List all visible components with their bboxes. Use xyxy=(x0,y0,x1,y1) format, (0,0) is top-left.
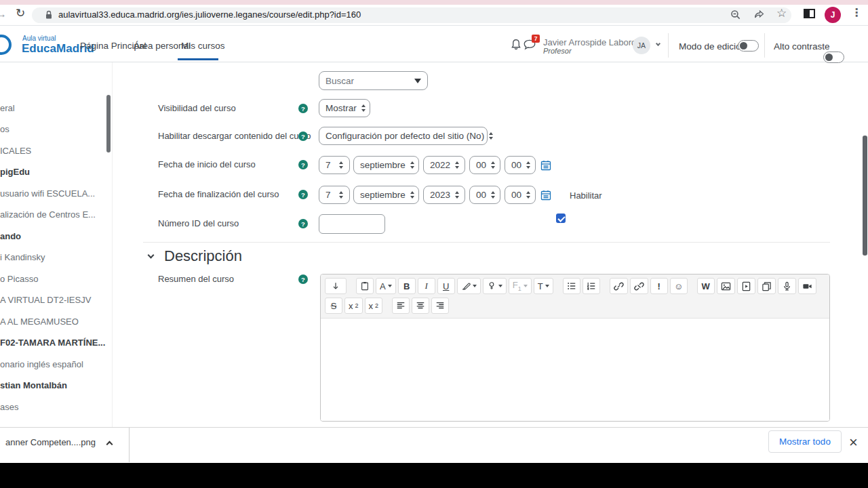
underline-button[interactable]: U xyxy=(437,278,455,294)
link-button[interactable] xyxy=(610,278,628,294)
start-minute-select[interactable]: 00 xyxy=(505,156,536,174)
end-month-select[interactable]: septiembre xyxy=(353,186,419,204)
editor-content-area[interactable] xyxy=(321,319,829,422)
insert-image-button[interactable] xyxy=(717,278,735,294)
reload-button[interactable]: ↻ xyxy=(16,8,25,19)
start-year-select[interactable]: 2022 xyxy=(423,156,465,174)
start-day-value: 7 xyxy=(326,160,331,170)
start-day-select[interactable]: 7 xyxy=(319,156,350,174)
browser-menu-kebab-icon[interactable]: ⋮ xyxy=(851,7,862,18)
bookmark-star-icon[interactable]: ☆ xyxy=(776,8,787,19)
url-text: aulavirtual33.educa.madrid.org/ies.julio… xyxy=(58,9,361,20)
jump-to-select[interactable]: Buscar xyxy=(319,71,428,90)
unlink-button[interactable] xyxy=(630,278,648,294)
align-center-button[interactable] xyxy=(412,298,429,314)
sidebar-item[interactable]: ases xyxy=(0,402,18,412)
end-date-enable-checkbox[interactable] xyxy=(556,214,566,223)
highlight-color-button[interactable] xyxy=(483,278,507,294)
course-id-input[interactable] xyxy=(319,214,385,234)
heading-style-button[interactable]: T xyxy=(534,278,553,294)
end-minute-select[interactable]: 00 xyxy=(505,186,536,204)
download-content-value: Configuración por defecto del sitio (No) xyxy=(326,131,484,141)
superscript-button[interactable]: x2 xyxy=(365,298,383,314)
record-video-button[interactable] xyxy=(798,278,816,294)
sidebar-item[interactable]: pigEdu xyxy=(0,167,30,177)
end-year-select[interactable]: 2023 xyxy=(423,186,465,204)
strikethrough-button[interactable]: S xyxy=(325,298,342,314)
visibility-select[interactable]: Mostrar xyxy=(319,99,370,117)
emoji-button[interactable]: ☺ xyxy=(670,278,688,294)
prevent-autolink-button[interactable]: ! xyxy=(650,278,668,294)
screen: → ↻ aulavirtual33.educa.madrid.org/ies.j… xyxy=(0,0,868,488)
start-hour-select[interactable]: 00 xyxy=(469,156,500,174)
sidebar-item[interactable]: eral xyxy=(0,103,15,113)
end-month-value: septiembre xyxy=(360,190,406,200)
contrast-toggle[interactable] xyxy=(823,52,844,63)
download-content-help-icon[interactable]: ? xyxy=(298,131,308,141)
section-collapse-chevron-icon[interactable] xyxy=(148,252,155,259)
visibility-help-icon[interactable]: ? xyxy=(298,104,308,113)
superscript-glyph: x xyxy=(369,301,374,311)
sidebar-item[interactable]: F02-TAMARA MARTÍNE... xyxy=(0,338,105,348)
sidebar-item[interactable]: alización de Centros E... xyxy=(0,209,96,220)
visibility-label: Visibilidad del curso xyxy=(158,103,236,113)
end-date-help-icon[interactable]: ? xyxy=(298,190,308,199)
sidebar-item[interactable]: os xyxy=(0,124,9,134)
sidebar-item[interactable]: usuario wifi ESCUELA... xyxy=(0,188,95,199)
show-all-downloads-button[interactable]: Mostrar todo xyxy=(768,430,842,453)
sidebar-scrollbar[interactable] xyxy=(106,95,111,152)
word-import-button[interactable]: W xyxy=(697,278,715,294)
sidebar-item[interactable]: A AL MEGAMUSEO xyxy=(0,317,79,327)
end-date-enable-label: Habilitar xyxy=(570,190,602,201)
share-icon[interactable] xyxy=(753,9,765,23)
end-calendar-icon[interactable] xyxy=(540,190,551,203)
start-calendar-icon[interactable] xyxy=(540,160,551,174)
font-family-button[interactable]: A xyxy=(376,278,396,294)
record-audio-button[interactable] xyxy=(778,278,796,294)
sidebar-item[interactable]: ando xyxy=(0,231,21,241)
font-size-button[interactable]: F1 xyxy=(509,278,532,294)
unordered-list-button[interactable] xyxy=(563,278,580,294)
download-filename[interactable]: anner Competen....png xyxy=(5,437,96,447)
bold-button[interactable]: B xyxy=(398,278,416,294)
sidebar-item[interactable]: stian Montalbán xyxy=(0,380,67,390)
start-date-help-icon[interactable]: ? xyxy=(298,160,308,169)
user-avatar[interactable]: JA xyxy=(633,37,650,54)
end-day-value: 7 xyxy=(326,190,331,200)
italic-button[interactable]: I xyxy=(418,278,435,294)
start-month-select[interactable]: septiembre xyxy=(353,156,419,174)
paste-button[interactable] xyxy=(356,278,374,294)
browser-profile-avatar[interactable]: J xyxy=(825,7,841,23)
side-panel-button[interactable] xyxy=(804,9,815,18)
updown-icon xyxy=(489,132,493,140)
page-scrollbar[interactable] xyxy=(863,136,867,256)
align-left-button[interactable] xyxy=(392,298,410,314)
section-divider xyxy=(143,242,830,243)
zoom-icon[interactable] xyxy=(730,9,741,23)
sidebar-item[interactable]: onario inglés español xyxy=(0,359,83,369)
toolbar-collapse-button[interactable] xyxy=(325,278,347,294)
align-right-button[interactable] xyxy=(431,298,449,314)
sidebar-item[interactable]: A VIRTUAL DT2-IESJV xyxy=(0,295,91,305)
updown-icon xyxy=(491,161,495,169)
sidebar-item[interactable]: ICALES xyxy=(0,146,31,156)
start-month-value: septiembre xyxy=(360,160,406,170)
course-id-help-icon[interactable]: ? xyxy=(298,219,308,228)
end-day-select[interactable]: 7 xyxy=(319,186,350,204)
manage-files-button[interactable] xyxy=(757,278,776,294)
text-color-button[interactable] xyxy=(457,278,481,294)
forward-arrow-icon[interactable]: → xyxy=(0,9,7,20)
edit-mode-toggle[interactable] xyxy=(738,40,759,52)
sidebar-item[interactable]: o Picasso xyxy=(0,274,38,284)
logo-line1[interactable]: Aula virtual xyxy=(22,35,56,42)
notifications-bell-icon[interactable] xyxy=(510,38,522,54)
end-hour-select[interactable]: 00 xyxy=(469,186,500,204)
download-bar-close-icon[interactable]: × xyxy=(849,434,858,451)
ordered-list-button[interactable] xyxy=(583,278,600,294)
download-content-select[interactable]: Configuración por defecto del sitio (No) xyxy=(319,127,488,145)
nav-mis-cursos[interactable]: Mis cursos xyxy=(181,41,225,51)
insert-media-button[interactable] xyxy=(737,278,755,294)
subscript-button[interactable]: x2 xyxy=(344,298,363,314)
summary-help-icon[interactable]: ? xyxy=(298,274,308,284)
sidebar-item[interactable]: i Kandinsky xyxy=(0,252,45,262)
